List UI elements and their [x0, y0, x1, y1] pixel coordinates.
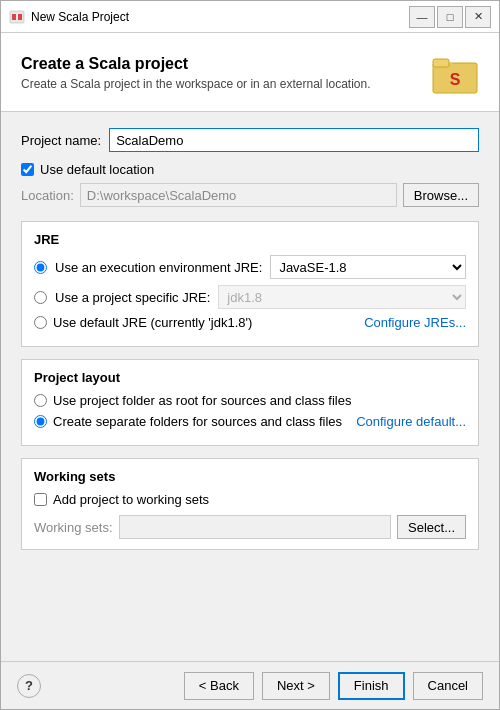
layout-option1-row: Use project folder as root for sources a…	[34, 393, 466, 408]
jre-option3-row: Use default JRE (currently 'jdk1.8') Con…	[34, 315, 466, 330]
jre-option3-radio[interactable]	[34, 316, 47, 329]
maximize-button[interactable]: □	[437, 6, 463, 28]
header-text: Create a Scala project Create a Scala pr…	[21, 55, 431, 91]
working-sets-label: Working sets:	[34, 520, 113, 535]
window-controls: — □ ✕	[409, 6, 491, 28]
close-button[interactable]: ✕	[465, 6, 491, 28]
svg-rect-1	[12, 14, 16, 20]
jre-specific-select[interactable]: jdk1.8	[218, 285, 466, 309]
next-button[interactable]: Next >	[262, 672, 330, 700]
footer: ? < Back Next > Finish Cancel	[1, 661, 499, 709]
layout-title: Project layout	[34, 370, 466, 385]
layout-option1-radio[interactable]	[34, 394, 47, 407]
working-sets-input-row: Working sets: Select...	[34, 515, 466, 539]
use-default-location-row: Use default location	[21, 162, 479, 177]
layout-option2-radio[interactable]	[34, 415, 47, 428]
jre-option3-label: Use default JRE (currently 'jdk1.8')	[53, 315, 252, 330]
jre-title: JRE	[34, 232, 466, 247]
title-bar: New Scala Project — □ ✕	[1, 1, 499, 33]
layout-option1-label: Use project folder as root for sources a…	[53, 393, 351, 408]
project-name-label: Project name:	[21, 133, 101, 148]
add-to-working-sets-row: Add project to working sets	[34, 492, 466, 507]
use-default-location-label: Use default location	[40, 162, 154, 177]
configure-jres-link[interactable]: Configure JREs...	[364, 315, 466, 330]
svg-text:S: S	[450, 71, 461, 88]
cancel-button[interactable]: Cancel	[413, 672, 483, 700]
window-icon	[9, 9, 25, 25]
help-button[interactable]: ?	[17, 674, 41, 698]
location-label: Location:	[21, 188, 74, 203]
back-button[interactable]: < Back	[184, 672, 254, 700]
finish-button[interactable]: Finish	[338, 672, 405, 700]
add-to-working-sets-label: Add project to working sets	[53, 492, 209, 507]
project-name-input[interactable]	[109, 128, 479, 152]
jre-option1-radio[interactable]	[34, 261, 47, 274]
jre-option2-label: Use a project specific JRE:	[55, 290, 210, 305]
header-title: Create a Scala project	[21, 55, 431, 73]
jre-option2-radio[interactable]	[34, 291, 47, 304]
layout-option2-row: Create separate folders for sources and …	[34, 414, 466, 429]
content-area: Project name: Use default location Locat…	[1, 112, 499, 661]
layout-option2-label: Create separate folders for sources and …	[53, 414, 342, 429]
header-section: Create a Scala project Create a Scala pr…	[1, 33, 499, 112]
scala-folder-icon: S	[431, 49, 479, 97]
jre-option2-row: Use a project specific JRE: jdk1.8	[34, 285, 466, 309]
svg-rect-5	[433, 59, 449, 67]
location-row: Location: Browse...	[21, 183, 479, 207]
window-title: New Scala Project	[31, 10, 409, 24]
minimize-button[interactable]: —	[409, 6, 435, 28]
jre-option1-row: Use an execution environment JRE: JavaSE…	[34, 255, 466, 279]
jre-section: JRE Use an execution environment JRE: Ja…	[21, 221, 479, 347]
select-button[interactable]: Select...	[397, 515, 466, 539]
working-sets-input[interactable]	[119, 515, 392, 539]
location-input[interactable]	[80, 183, 397, 207]
jre-environment-select[interactable]: JavaSE-1.8 JavaSE-11 JavaSE-17	[270, 255, 466, 279]
header-subtitle: Create a Scala project in the workspace …	[21, 77, 431, 91]
browse-button[interactable]: Browse...	[403, 183, 479, 207]
project-name-row: Project name:	[21, 128, 479, 152]
main-window: New Scala Project — □ ✕ Create a Scala p…	[0, 0, 500, 710]
layout-section: Project layout Use project folder as roo…	[21, 359, 479, 446]
working-sets-title: Working sets	[34, 469, 466, 484]
configure-default-link[interactable]: Configure default...	[356, 414, 466, 429]
add-to-working-sets-checkbox[interactable]	[34, 493, 47, 506]
use-default-location-checkbox[interactable]	[21, 163, 34, 176]
working-sets-section: Working sets Add project to working sets…	[21, 458, 479, 550]
jre-option1-label: Use an execution environment JRE:	[55, 260, 262, 275]
svg-rect-2	[18, 14, 22, 20]
footer-buttons: < Back Next > Finish Cancel	[184, 672, 483, 700]
